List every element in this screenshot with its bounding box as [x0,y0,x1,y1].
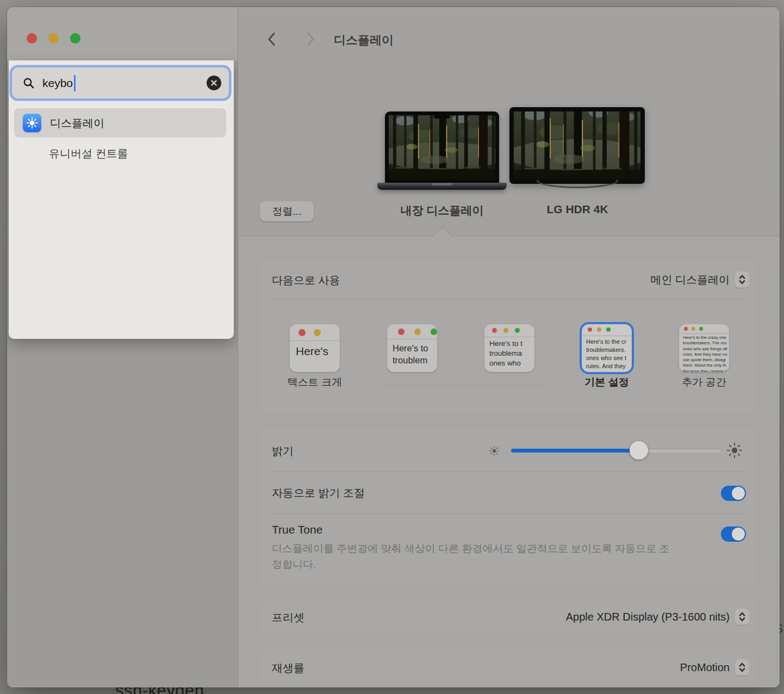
search-input-value: keybo [42,77,73,90]
scaling-option-more-space[interactable]: Here's to the crazy one troublemakers. T… [679,324,729,372]
search-result-displays[interactable]: 디스플레이 [14,108,226,138]
laptop-notch [434,115,450,119]
true-tone-label: True Tone [272,523,322,536]
monitor-stand [537,180,618,188]
true-tone-description: 디스플레이를 주변광에 맞춰 색상이 다른 환경에서도 일관적으로 보이도록 자… [272,541,680,572]
brightness-high-icon [726,442,743,458]
laptop-base [377,183,507,190]
preset-card: 프리셋 Apple XDR Display (P3-1600 nits) [261,600,757,634]
scaling-option-line [383,385,544,386]
scaling-option-larger-text[interactable]: Here's [290,324,340,372]
auto-brightness-label: 자동으로 밝기 조절 [272,486,365,500]
scaling-option-3[interactable]: Here's to t troublema ones who [484,324,534,372]
back-button[interactable] [262,30,281,48]
clear-search-icon[interactable] [207,76,221,90]
search-results-popover: keybo 디스플 [9,60,234,339]
true-tone-toggle[interactable] [721,526,746,542]
chevron-up-down-icon [735,271,749,288]
external-display-thumbnail[interactable] [509,107,645,184]
sidebar: keybo 디스플 [7,7,238,687]
arrange-button[interactable]: 정렬... [260,201,314,221]
minimize-window-button[interactable] [48,33,59,44]
scaling-option-default[interactable]: Here's to the cr troublemakers. ones who… [582,324,632,372]
display-brightness-icon [23,114,41,132]
refresh-rate-dropdown[interactable]: ProMotion [680,659,749,676]
builtin-display-thumbnail[interactable] [385,111,499,184]
auto-brightness-toggle[interactable] [721,486,746,501]
use-as-dropdown[interactable]: 메인 디스플레이 [650,271,749,288]
preset-dropdown[interactable]: Apple XDR Display (P3-1600 nits) [566,609,749,625]
brightness-slider-fill [511,449,639,453]
search-input[interactable]: keybo [12,67,229,98]
external-display-label: LG HDR 4K [507,203,648,216]
brightness-slider[interactable] [511,449,720,453]
search-result-label: 디스플레이 [50,116,104,131]
refresh-rate-value: ProMotion [680,661,730,674]
refresh-rate-label: 재생률 [272,661,304,676]
system-settings-window: keybo 디스플 [7,7,780,687]
page-title: 디스플레이 [334,32,394,48]
preset-value: Apple XDR Display (P3-1600 nits) [566,611,730,623]
scaling-label-default: 기본 설정 [563,375,650,389]
chevron-up-down-icon [735,659,749,676]
close-window-button[interactable] [27,33,37,44]
use-as-value: 메인 디스플레이 [650,272,730,287]
scaling-label-larger-text: 텍스트 크게 [271,375,358,389]
main-content: 디스플레이 내장 디스플레이 LG HDR 4K 정렬... 다음으로 사용 메… [238,7,780,687]
use-as-label: 다음으로 사용 [272,273,340,288]
forward-button[interactable] [301,30,320,48]
brightness-low-icon [489,446,499,456]
sidebar-toolbar [7,7,238,60]
text-cursor [74,75,76,91]
refresh-rate-card: 재생률 ProMotion [261,650,757,684]
search-result-universal-control[interactable]: 유니버설 컨트롤 [49,146,128,161]
scaling-option-2[interactable]: Here's to troublem [387,324,437,372]
display-settings-card: 다음으로 사용 메인 디스플레이 Here's [261,260,757,413]
chevron-up-down-icon [735,609,749,625]
scaling-label-more-space: 추가 공간 [661,375,748,389]
preset-label: 프리셋 [272,610,304,625]
zoom-window-button[interactable] [70,33,80,44]
builtin-display-label: 내장 디스플레이 [371,203,513,218]
brightness-label: 밝기 [272,444,294,458]
brightness-slider-knob[interactable] [630,441,648,460]
search-icon [22,77,35,90]
brightness-card: 밝기 [261,430,757,585]
